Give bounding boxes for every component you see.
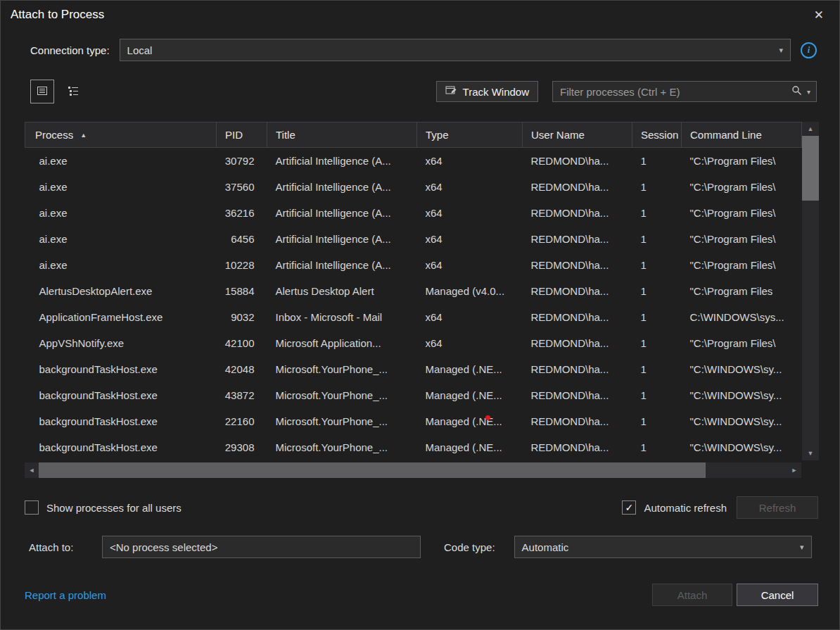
filter-dropdown-chevron-icon[interactable]: ▾ <box>807 88 810 96</box>
cell-user-name: REDMOND\ha... <box>523 330 632 356</box>
cell-pid: 22160 <box>217 408 267 434</box>
scroll-down-icon[interactable]: ▼ <box>802 446 819 460</box>
process-row[interactable]: ai.exe 6456 Artificial Intelligence (A..… <box>25 226 802 252</box>
column-header-session[interactable]: Session <box>632 122 682 148</box>
cell-user-name: REDMOND\ha... <box>523 148 632 175</box>
scroll-left-icon[interactable]: ◄ <box>25 462 39 478</box>
list-view-button[interactable] <box>30 80 54 103</box>
column-header-process[interactable]: Process▲ <box>25 122 217 148</box>
code-type-label: Code type: <box>444 541 495 553</box>
tree-view-button[interactable] <box>61 80 85 103</box>
cell-process: ai.exe <box>25 226 217 252</box>
cell-user-name: REDMOND\ha... <box>523 382 632 408</box>
toolbar-right-group: Track Window ▾ <box>436 81 817 102</box>
process-row[interactable]: backgroundTaskHost.exe 42048 Microsoft.Y… <box>25 356 802 382</box>
column-header-command-line[interactable]: Command Line <box>682 122 802 148</box>
code-type-value: Automatic <box>522 541 569 553</box>
vertical-scrollbar-thumb[interactable] <box>802 136 819 201</box>
cell-title: Microsoft.YourPhone_... <box>267 382 417 408</box>
cell-title: Microsoft.YourPhone_... <box>267 434 417 460</box>
column-header-pid[interactable]: PID <box>217 122 267 148</box>
refresh-button[interactable]: Refresh <box>737 496 818 519</box>
attach-to-label: Attach to: <box>29 541 102 553</box>
filter-processes-box: ▾ <box>552 81 817 102</box>
sort-ascending-icon: ▲ <box>80 132 87 139</box>
cell-type: x64 <box>417 174 523 200</box>
cell-type: x64 <box>417 200 523 226</box>
vertical-scrollbar[interactable]: ▲ ▼ <box>802 122 819 460</box>
automatic-refresh-option: ✓ Automatic refresh <box>622 500 727 515</box>
cell-session: 1 <box>632 382 682 408</box>
connection-type-dropdown[interactable]: Local ▾ <box>120 39 791 61</box>
cell-process: backgroundTaskHost.exe <box>25 356 217 382</box>
cell-pid: 37560 <box>217 174 267 200</box>
cell-user-name: REDMOND\ha... <box>523 226 632 252</box>
process-table-container: Process▲ PID Title Type User Name Sessio… <box>25 122 817 460</box>
process-row[interactable]: AppVShNotify.exe 42100 Microsoft Applica… <box>25 330 802 356</box>
code-type-dropdown[interactable]: Automatic ▾ <box>514 536 812 558</box>
view-mode-buttons <box>30 80 85 103</box>
report-a-problem-link[interactable]: Report a problem <box>25 589 106 601</box>
process-row[interactable]: ai.exe 10228 Artificial Intelligence (A.… <box>25 252 802 278</box>
cell-command-line: "C:\Program Files\ <box>682 148 802 175</box>
connection-type-label: Connection type: <box>30 44 110 56</box>
attach-to-field[interactable] <box>102 536 421 558</box>
attach-to-process-dialog: Attach to Process ✕ Connection type: Loc… <box>0 0 840 630</box>
cell-command-line: "C:\Program Files\ <box>682 200 802 226</box>
close-button[interactable]: ✕ <box>808 8 829 23</box>
scroll-up-icon[interactable]: ▲ <box>802 122 819 136</box>
scroll-right-icon[interactable]: ► <box>787 462 801 478</box>
cell-command-line: "C:\Program Files\ <box>682 226 802 252</box>
process-row[interactable]: ai.exe 37560 Artificial Intelligence (A.… <box>25 174 802 200</box>
column-header-user-name[interactable]: User Name <box>523 122 632 148</box>
cell-command-line: "C:\WINDOWS\sy... <box>682 408 802 434</box>
cell-pid: 30792 <box>217 148 267 175</box>
horizontal-scrollbar-thumb[interactable] <box>39 462 706 478</box>
cell-pid: 29308 <box>217 434 267 460</box>
cell-type: Managed (.NE... <box>417 434 523 460</box>
track-window-icon <box>445 85 457 98</box>
cell-session: 1 <box>632 304 682 330</box>
track-window-button[interactable]: Track Window <box>436 81 538 102</box>
search-icon[interactable] <box>791 85 802 98</box>
info-icon[interactable]: i <box>801 42 817 58</box>
process-table-body: ai.exe 30792 Artificial Intelligence (A.… <box>25 148 802 461</box>
automatic-refresh-label: Automatic refresh <box>644 502 727 514</box>
column-header-title[interactable]: Title <box>267 122 417 148</box>
cell-pid: 6456 <box>217 226 267 252</box>
process-row[interactable]: ai.exe 36216 Artificial Intelligence (A.… <box>25 200 802 226</box>
filter-processes-input[interactable] <box>559 85 787 99</box>
process-row[interactable]: backgroundTaskHost.exe 43872 Microsoft.Y… <box>25 382 802 408</box>
cancel-button[interactable]: Cancel <box>737 584 818 606</box>
process-row[interactable]: backgroundTaskHost.exe 22160 Microsoft.Y… <box>25 408 802 434</box>
cell-title: Artificial Intelligence (A... <box>267 226 417 252</box>
cell-title: Artificial Intelligence (A... <box>267 174 417 200</box>
process-row[interactable]: ApplicationFrameHost.exe 9032 Inbox - Mi… <box>25 304 802 330</box>
cell-title: Inbox - Microsoft - Mail <box>267 304 417 330</box>
process-row[interactable]: ai.exe 30792 Artificial Intelligence (A.… <box>25 148 802 175</box>
cell-type: Managed (.NE... <box>417 408 523 434</box>
process-row[interactable]: backgroundTaskHost.exe 29308 Microsoft.Y… <box>25 434 802 460</box>
cell-user-name: REDMOND\ha... <box>523 200 632 226</box>
cell-process: backgroundTaskHost.exe <box>25 434 217 460</box>
connection-type-value: Local <box>127 44 153 56</box>
cell-command-line: "C:\Program Files\ <box>682 252 802 278</box>
column-header-type[interactable]: Type <box>417 122 523 148</box>
cell-command-line: "C:\Program Files <box>682 278 802 304</box>
attach-button[interactable]: Attach <box>652 584 732 606</box>
show-all-users-checkbox[interactable] <box>25 500 39 515</box>
cell-title: Artificial Intelligence (A... <box>267 200 417 226</box>
cell-session: 1 <box>632 148 682 175</box>
list-view-icon <box>36 84 49 99</box>
cell-user-name: REDMOND\ha... <box>523 278 632 304</box>
cell-title: Microsoft.YourPhone_... <box>267 408 417 434</box>
attach-target-row: Attach to: Code type: Automatic ▾ <box>29 536 815 558</box>
dialog-title: Attach to Process <box>11 8 104 22</box>
automatic-refresh-checkbox[interactable]: ✓ <box>622 500 636 515</box>
horizontal-scrollbar[interactable]: ◄ ► <box>25 462 801 478</box>
cell-session: 1 <box>632 278 682 304</box>
cell-pid: 42048 <box>217 356 267 382</box>
process-row[interactable]: AlertusDesktopAlert.exe 15884 Alertus De… <box>25 278 802 304</box>
cell-title: Microsoft.YourPhone_... <box>267 356 417 382</box>
cell-command-line: "C:\WINDOWS\sy... <box>682 434 802 460</box>
